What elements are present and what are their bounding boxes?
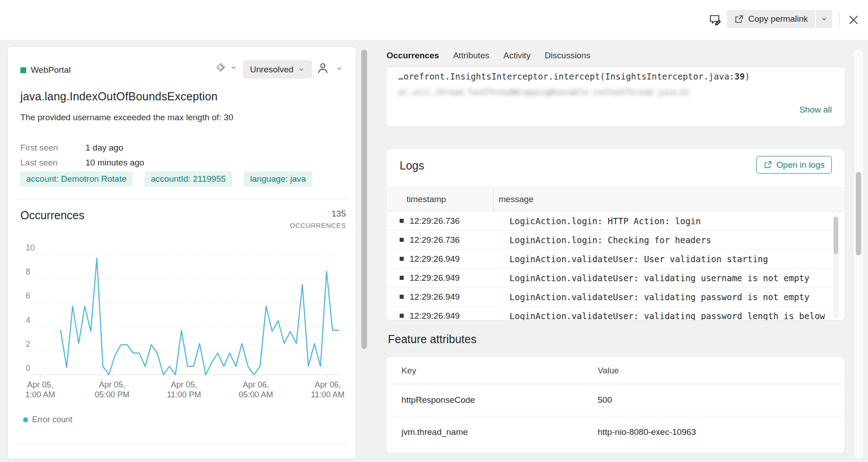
logs-rows: 12:29:26.736LogicAction.login: HTTP Acti…	[387, 212, 832, 320]
log-level-icon	[400, 219, 404, 223]
svg-text:4: 4	[26, 316, 30, 325]
svg-text:11:00 AM: 11:00 AM	[311, 390, 345, 399]
logs-column-divider	[493, 187, 494, 212]
feedback-icon[interactable]	[706, 11, 724, 29]
close-icon[interactable]	[844, 11, 863, 29]
log-row[interactable]: 12:29:26.736LogicAction.login: HTTP Acti…	[387, 212, 832, 231]
log-row[interactable]: 12:29:26.949LoginAction.validateUser: va…	[387, 306, 832, 320]
issue-summary-card: WebPortal Unresolved java.lang.IndexOutO…	[7, 47, 356, 459]
svg-text:10: 10	[26, 244, 35, 252]
stack-frame-text-end: )	[745, 71, 750, 81]
logs-card: Logs Open in logs timestamp message 12:2…	[387, 149, 844, 320]
log-timestamp: 12:29:26.949	[410, 273, 484, 283]
occurrences-chart: 0246810Apr 05,1:00 AMApr 05,05:00 PMApr …	[22, 244, 346, 402]
log-message: LoginAction.validateUser: User validatio…	[509, 254, 768, 264]
log-level-icon	[400, 238, 404, 242]
status-dropdown[interactable]: Unresolved	[243, 60, 312, 79]
seen-info: First seen 1 day ago Last seen 10 minute…	[20, 140, 144, 170]
service-name: WebPortal	[31, 65, 71, 75]
priority-diamond-icon	[215, 61, 226, 73]
occurrences-count-block: 135 OCCURRENCES	[290, 209, 346, 229]
issue-title: java.lang.IndexOutOfBoundsException	[20, 90, 217, 103]
error-count-line	[61, 258, 339, 375]
chart-legend: Error count	[23, 415, 72, 424]
copy-permalink-button[interactable]: Copy permalink	[727, 10, 815, 28]
logs-heading: Logs	[400, 159, 424, 172]
tab-discussions[interactable]: Discussions	[545, 51, 590, 66]
copy-permalink-group: Copy permalink	[727, 10, 832, 28]
topbar-divider	[839, 12, 840, 26]
svg-text:Apr 05,: Apr 05,	[27, 380, 53, 389]
issue-tag[interactable]: account: Demotron Rotate	[20, 171, 133, 187]
permalink-icon	[734, 14, 744, 24]
user-icon	[316, 61, 330, 75]
log-level-icon	[400, 295, 404, 299]
copy-permalink-dropdown[interactable]	[816, 10, 832, 28]
legend-label: Error count	[32, 415, 72, 424]
chevron-down-icon	[298, 66, 305, 73]
log-message: LoginAction.validateUser: validating pas…	[509, 292, 809, 302]
svg-text:05:00 PM: 05:00 PM	[94, 390, 129, 399]
feature-attributes-heading: Feature attributes	[388, 333, 476, 346]
attribute-key: jvm.thread_name	[401, 427, 598, 437]
logs-column-timestamp: timestamp	[406, 194, 446, 204]
last-seen-value: 10 minutes ago	[85, 155, 144, 170]
priority-selector[interactable]	[215, 61, 237, 73]
log-message: LoginAction.login: Checking for headers	[509, 235, 711, 245]
log-row[interactable]: 12:29:26.736LoginAction.login: Checking …	[387, 231, 832, 250]
svg-text:2: 2	[26, 339, 30, 349]
external-link-icon	[764, 160, 772, 169]
feature-attribute-row: httpResponseCode500	[387, 384, 844, 416]
tags-row: account: Demotron RotateaccountId: 21199…	[20, 171, 312, 187]
log-message: LoginAction.validateUser: validating pas…	[509, 311, 825, 321]
last-seen-label: Last seen	[20, 155, 85, 170]
svg-text:Apr 06,: Apr 06,	[315, 380, 341, 389]
stack-trace-blurred-line: at.util.thread.TaskThreadWrappingRunnabl…	[398, 88, 690, 97]
tab-attributes[interactable]: Attributes	[453, 51, 489, 66]
svg-text:Apr 05,: Apr 05,	[171, 380, 197, 389]
tab-activity[interactable]: Activity	[503, 51, 530, 66]
logs-column-message: message	[499, 194, 533, 204]
log-row[interactable]: 12:29:26.949LoginAction.validateUser: va…	[387, 269, 832, 288]
status-label: Unresolved	[250, 65, 293, 75]
topbar: Copy permalink	[0, 0, 868, 40]
log-row[interactable]: 12:29:26.949LoginAction.validateUser: Us…	[387, 250, 832, 269]
log-message: LogicAction.login: HTTP Action: login	[509, 216, 701, 226]
tab-occurrences[interactable]: Occurrences	[387, 51, 439, 66]
open-in-logs-button[interactable]: Open in logs	[756, 156, 832, 174]
log-timestamp: 12:29:26.949	[410, 311, 484, 321]
log-level-icon	[400, 276, 404, 280]
svg-text:0: 0	[26, 363, 30, 372]
divider	[17, 444, 347, 444]
log-level-icon	[400, 314, 404, 318]
log-row[interactable]: 12:29:26.949LoginAction.validateUser: va…	[387, 288, 832, 306]
last-seen-row: Last seen 10 minutes ago	[20, 155, 144, 170]
svg-text:1:00 AM: 1:00 AM	[25, 390, 55, 399]
svg-text:Apr 05,: Apr 05,	[99, 380, 125, 389]
logs-table-header: timestamp message	[387, 187, 844, 212]
feature-attributes-rows: httpResponseCode500jvm.thread_namehttp-n…	[387, 384, 844, 448]
attr-column-key: Key	[401, 366, 598, 376]
occurrences-count-label: OCCURRENCES	[290, 222, 346, 229]
stack-trace-line: …orefront.InsightsInterceptor.intercept(…	[398, 71, 750, 81]
chevron-down-icon	[230, 64, 237, 71]
attribute-value: 500	[598, 395, 612, 405]
log-timestamp: 12:29:26.736	[410, 235, 484, 245]
svg-text:8: 8	[26, 267, 30, 276]
occurrences-heading: Occurrences	[20, 209, 85, 222]
logs-scrollbar[interactable]	[834, 217, 838, 254]
issue-tag[interactable]: accountId: 2119955	[145, 171, 232, 187]
panel-scrollbar[interactable]	[361, 50, 367, 349]
page-scrollbar[interactable]	[856, 172, 861, 255]
chevron-down-icon	[336, 65, 343, 72]
svg-text:11:00 PM: 11:00 PM	[167, 390, 201, 399]
show-all-link[interactable]: Show all	[799, 105, 832, 115]
copy-permalink-label: Copy permalink	[748, 14, 808, 24]
chevron-down-icon	[821, 15, 828, 23]
log-timestamp: 12:29:26.949	[410, 254, 484, 264]
assignee-selector[interactable]	[316, 61, 343, 75]
issue-tag[interactable]: language: java	[244, 171, 312, 187]
error-detail-panel: Copy permalink WebPortal	[0, 0, 868, 462]
attr-column-value: Value	[598, 366, 619, 376]
issue-description: The provided username exceeded the max l…	[20, 113, 233, 123]
